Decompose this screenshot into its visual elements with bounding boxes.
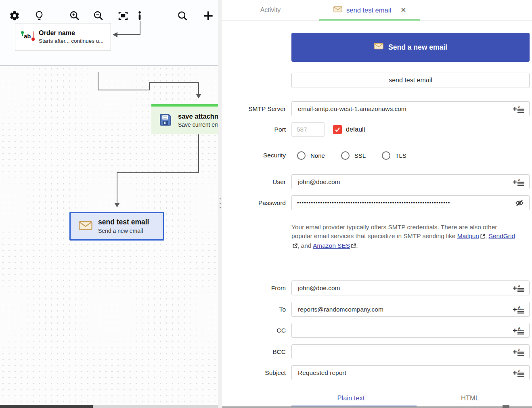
to-fieldbox: A (291, 302, 530, 317)
zoom-out-icon[interactable] (92, 10, 105, 22)
svg-text:A: A (518, 326, 521, 331)
search-icon[interactable] (176, 10, 189, 22)
subject-fieldbox: A (291, 365, 530, 380)
canvas-hscroll-thumb[interactable] (0, 405, 93, 408)
insert-variable-icon[interactable]: A (512, 284, 525, 294)
default-checkbox-label: default (346, 126, 365, 133)
node-title: Order name (39, 29, 104, 37)
help-text: , (485, 232, 489, 239)
node-save-attachment[interactable]: save attachment Save current email (151, 104, 218, 134)
subject-label: Subject (222, 369, 291, 377)
radio-tls[interactable] (382, 151, 390, 160)
fit-screen-icon[interactable] (117, 10, 129, 22)
node-send-test-email[interactable]: send test email Send a new email (69, 212, 164, 241)
email-body-tabs: Plain text HTML (291, 390, 530, 406)
user-input[interactable] (297, 178, 511, 186)
info-icon[interactable] (134, 10, 146, 22)
sendgrid-link[interactable]: SendGrid (489, 232, 515, 239)
eye-off-icon[interactable] (515, 199, 524, 209)
svg-text:A: A (518, 305, 521, 310)
smtp-server-row: SMTP Server A (222, 101, 530, 116)
settings-icon[interactable] (8, 10, 21, 22)
external-link-icon (292, 242, 297, 251)
external-link-icon (480, 232, 485, 241)
from-input[interactable] (297, 284, 511, 292)
envelope-icon (374, 43, 383, 52)
zoom-in-icon[interactable] (69, 10, 81, 22)
user-fieldbox: A (291, 174, 530, 189)
canvas-toolbar: ab Order name Starts after... continues … (0, 0, 218, 66)
radio-none[interactable] (297, 151, 306, 160)
subject-row: Subject A (222, 365, 530, 380)
bcc-input[interactable] (297, 348, 511, 356)
node-subtitle: Starts after... continues u... (39, 38, 104, 45)
canvas-grid[interactable]: save attachment Save current email send … (0, 66, 218, 408)
bcc-label: BCC (222, 348, 291, 356)
add-node-icon[interactable] (202, 10, 214, 22)
workflow-canvas[interactable]: save attachment Save current email send … (0, 0, 218, 408)
active-tab-underline (319, 19, 420, 21)
cc-fieldbox: A (291, 323, 530, 338)
from-label: From (222, 285, 291, 292)
insert-variable-icon[interactable]: A (512, 347, 525, 358)
lightbulb-icon[interactable] (33, 10, 45, 22)
node-subtitle: Save current email (178, 121, 218, 129)
svg-text:A: A (518, 105, 521, 109)
from-row: From A (222, 280, 530, 295)
tab-activity[interactable]: Activity (222, 0, 319, 20)
panel-tabbar: Activity send test email × (222, 0, 532, 21)
radio-tls-label: TLS (395, 152, 406, 159)
subject-input[interactable] (297, 369, 511, 377)
envelope-icon (79, 221, 92, 232)
radio-ssl[interactable] (341, 151, 350, 160)
password-masked-value[interactable]: ••••••••••••••••••••••••••••••••••••••••… (297, 200, 450, 206)
tab-plain-text[interactable]: Plain text (291, 390, 411, 406)
to-row: To A (222, 302, 530, 317)
bcc-row: BCC A (222, 344, 530, 359)
default-checkbox[interactable] (333, 125, 342, 134)
cc-row: CC A (222, 323, 530, 338)
smtp-server-fieldbox: A (291, 101, 530, 116)
editor-top-border (222, 406, 532, 408)
security-row: Security None SSL TLS (222, 150, 530, 161)
send-new-email-button[interactable]: Send a new email (291, 33, 530, 62)
from-fieldbox: A (291, 280, 530, 295)
close-tab-icon[interactable]: × (401, 6, 406, 15)
panel-resize-handle[interactable] (218, 0, 222, 408)
port-label: Port (222, 126, 291, 133)
radio-ssl-label: SSL (354, 152, 366, 159)
insert-variable-icon[interactable]: A (512, 326, 525, 337)
amazon-ses-link[interactable]: Amazon SES (313, 242, 350, 249)
radio-none-label: None (310, 152, 325, 159)
insert-variable-icon[interactable]: A (512, 105, 525, 115)
node-order-name[interactable]: ab Order name Starts after... continues … (15, 23, 111, 50)
mailgun-link[interactable]: Mailgun (457, 232, 479, 239)
svg-text:A: A (518, 369, 521, 373)
to-input[interactable] (297, 305, 511, 314)
svg-text:A: A (518, 348, 521, 352)
tab-send-test-email[interactable]: send test email × (319, 0, 420, 20)
send-button-label: Send a new email (388, 43, 447, 52)
tab-html[interactable]: HTML (411, 390, 530, 406)
svg-text:A: A (518, 178, 521, 182)
cc-label: CC (222, 327, 291, 334)
workflow-app: save attachment Save current email send … (0, 0, 532, 408)
node-config-panel: Activity send test email × (222, 0, 532, 408)
port-input[interactable] (291, 122, 325, 137)
help-text: , and (297, 242, 313, 249)
node-name-field (291, 73, 530, 88)
user-label: User (222, 178, 291, 186)
security-label: Security (222, 152, 291, 159)
external-link-icon (351, 242, 356, 251)
to-label: To (222, 306, 291, 313)
user-row: User A (222, 174, 530, 189)
node-name-input[interactable] (292, 76, 529, 84)
svg-text:A: A (518, 284, 521, 288)
password-row: Password •••••••••••••••••••••••••••••••… (222, 195, 530, 210)
smtp-server-input[interactable] (297, 105, 511, 113)
cc-input[interactable] (297, 326, 511, 335)
insert-variable-icon[interactable]: A (512, 305, 525, 316)
insert-variable-icon[interactable]: A (512, 368, 525, 379)
editor-scroll-thumb[interactable] (503, 405, 509, 408)
insert-variable-icon[interactable]: A (512, 178, 525, 188)
